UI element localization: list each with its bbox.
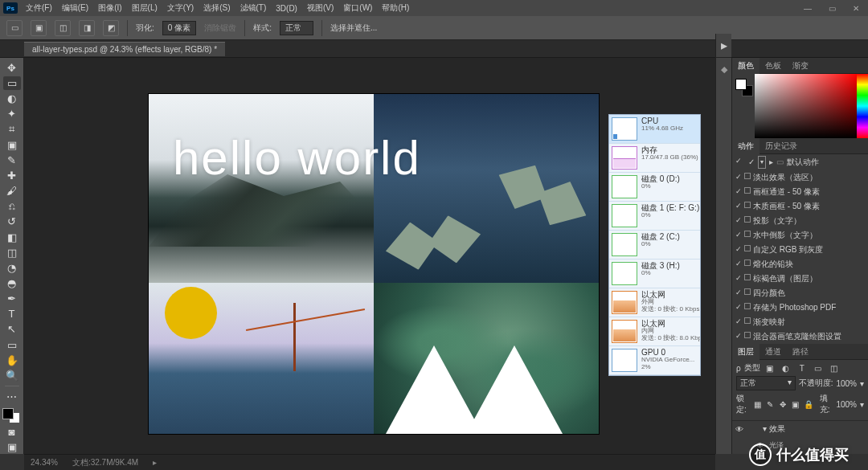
perf-row[interactable]: 以太网外网发送: 0 接收: 0 Kbps — [609, 288, 700, 317]
menu-help[interactable]: 帮助(H) — [377, 2, 414, 14]
filter-image-icon[interactable]: ▣ — [764, 364, 776, 373]
perf-row[interactable]: 磁盘 0 (D:)0% — [609, 173, 700, 202]
eraser-tool-icon[interactable]: ◧ — [3, 231, 21, 244]
action-group[interactable]: ✓▾▸▭默认动作 — [732, 154, 868, 170]
action-item[interactable]: 自定义 RGB 到灰度 — [732, 243, 868, 257]
menu-edit[interactable]: 编辑(E) — [57, 2, 93, 14]
perf-row[interactable]: 磁盘 2 (C:)0% — [609, 231, 700, 260]
tab-gradients[interactable]: 渐变 — [787, 58, 814, 74]
color-swatches[interactable] — [2, 408, 22, 423]
brush-tool-icon[interactable]: 🖌 — [3, 184, 21, 198]
menu-filter[interactable]: 滤镜(T) — [235, 2, 272, 14]
filter-adj-icon[interactable]: ◐ — [780, 364, 792, 373]
screenmode-icon[interactable]: ▣ — [3, 440, 21, 454]
filter-smart-icon[interactable]: ◫ — [828, 364, 841, 373]
action-item[interactable]: 淡出效果（选区） — [732, 170, 868, 185]
perf-row[interactable]: 磁盘 1 (E: F: G:)0% — [609, 202, 700, 231]
zoom-tool-icon[interactable]: 🔍 — [3, 369, 21, 382]
action-item[interactable]: 水中倒影（文字） — [732, 228, 868, 243]
action-item[interactable]: 存储为 Photoshop PDF — [732, 300, 868, 315]
type-tool-icon[interactable]: T — [3, 307, 21, 321]
eyedropper-tool-icon[interactable]: ✎ — [3, 153, 21, 167]
tab-actions[interactable]: 动作 — [732, 138, 760, 154]
maximize-icon[interactable]: ▭ — [820, 0, 844, 16]
edit-toolbar-icon[interactable]: ⋯ — [3, 390, 21, 403]
perf-row[interactable]: GPU 0NVIDIA GeForce...2% — [609, 346, 700, 375]
panel-collapse-icon[interactable]: ▸ — [715, 34, 731, 58]
action-item[interactable]: 木质画框 - 50 像素 — [732, 199, 868, 214]
sel-sub-icon[interactable]: ◨ — [79, 20, 95, 36]
perf-row[interactable]: 磁盘 3 (H:)0% — [609, 260, 700, 288]
tab-channels[interactable]: 通道 — [760, 344, 787, 360]
sel-int-icon[interactable]: ◩ — [103, 20, 119, 36]
zoom-level[interactable]: 24.34% — [31, 458, 58, 467]
blend-mode-dropdown[interactable]: 正常▾ — [736, 376, 796, 390]
tab-color[interactable]: 颜色 — [732, 58, 760, 74]
tab-history[interactable]: 历史记录 — [760, 138, 803, 154]
opacity-value[interactable]: 100% — [836, 379, 857, 388]
shape-tool-icon[interactable]: ▭ — [3, 338, 21, 352]
sel-new-icon[interactable]: ▣ — [31, 20, 47, 36]
action-item[interactable]: 投影（文字） — [732, 214, 868, 228]
frame-tool-icon[interactable]: ▣ — [3, 138, 21, 152]
action-item[interactable]: 熔化的铅块 — [732, 257, 868, 272]
history-brush-icon[interactable]: ↺ — [3, 215, 21, 228]
lock-trans-icon[interactable]: ▦ — [753, 400, 763, 409]
perf-row[interactable]: 内存17.0/47.8 GB (36%) — [609, 144, 700, 173]
dock-icon[interactable]: ◆ — [719, 63, 729, 76]
perf-row[interactable]: CPU11% 4.68 GHz — [609, 115, 700, 144]
refine-button[interactable]: 选择并遮住... — [330, 22, 377, 34]
hand-tool-icon[interactable]: ✋ — [3, 354, 21, 367]
marquee-tool-icon[interactable]: ▭ — [3, 76, 21, 90]
feather-value[interactable]: 0 像素 — [162, 21, 196, 35]
canvas-area[interactable]: hello world CPU11% 4.68 GHz内存17.0/47.8 G… — [24, 58, 731, 454]
close-icon[interactable]: ✕ — [844, 0, 868, 16]
menu-text[interactable]: 文字(Y) — [162, 2, 199, 14]
action-item[interactable]: 混合器画笔克隆绘图设置 — [732, 329, 868, 344]
lock-pos-icon[interactable]: ✥ — [778, 400, 788, 409]
menu-layer[interactable]: 图层(L) — [127, 2, 162, 14]
menu-3d[interactable]: 3D(D) — [271, 4, 302, 13]
blur-tool-icon[interactable]: ◔ — [3, 261, 21, 275]
tool-preset-icon[interactable]: ▭ — [6, 20, 23, 36]
effects-header[interactable]: 👁▾ 效果 — [732, 421, 868, 437]
action-item[interactable]: 画框通道 - 50 像素 — [732, 185, 868, 199]
layer-filter[interactable]: 类型 — [744, 362, 760, 374]
gradient-tool-icon[interactable]: ◫ — [3, 246, 21, 260]
doc-size[interactable]: 文档:32.7M/9K.4M — [72, 457, 138, 468]
move-tool-icon[interactable]: ✥ — [3, 61, 21, 75]
tab-swatches[interactable]: 色板 — [760, 58, 787, 74]
fill-value[interactable]: 100% — [836, 400, 857, 409]
wand-tool-icon[interactable]: ✦ — [3, 107, 21, 121]
tab-layers[interactable]: 图层 — [732, 344, 760, 360]
pen-tool-icon[interactable]: ✒ — [3, 292, 21, 305]
color-picker[interactable] — [732, 74, 868, 138]
lock-paint-icon[interactable]: ✎ — [765, 400, 775, 409]
filter-text-icon[interactable]: T — [796, 364, 809, 373]
task-manager-panel[interactable]: CPU11% 4.68 GHz内存17.0/47.8 GB (36%)磁盘 0 … — [608, 114, 701, 376]
perf-row[interactable]: 以太网内网发送: 0 接收: 8.0 Kbps — [609, 317, 700, 346]
crop-tool-icon[interactable]: ⌗ — [3, 123, 21, 137]
tab-paths[interactable]: 路径 — [787, 344, 814, 360]
action-item[interactable]: 棕褐色调（图层） — [732, 272, 868, 286]
sel-add-icon[interactable]: ◫ — [55, 20, 71, 36]
action-item[interactable]: 渐变映射 — [732, 315, 868, 329]
menu-image[interactable]: 图像(I) — [93, 2, 126, 14]
style-dropdown[interactable]: 正常 — [280, 21, 313, 35]
heal-tool-icon[interactable]: ✚ — [3, 169, 21, 182]
menu-window[interactable]: 窗口(W) — [338, 2, 377, 14]
filter-shape-icon[interactable]: ▭ — [812, 364, 825, 373]
menu-select[interactable]: 选择(S) — [199, 2, 235, 14]
lock-art-icon[interactable]: ▣ — [791, 400, 800, 409]
action-item[interactable]: 四分颜色 — [732, 286, 868, 300]
dodge-tool-icon[interactable]: ◓ — [3, 276, 21, 290]
path-tool-icon[interactable]: ↖ — [3, 322, 21, 336]
menu-view[interactable]: 视图(V) — [302, 2, 338, 14]
lock-all-icon[interactable]: 🔒 — [804, 400, 813, 409]
status-arrow-icon[interactable]: ▸ — [153, 458, 157, 467]
document-tab[interactable]: all-layer-types.psd @ 24.3% (effects lay… — [24, 42, 225, 56]
minimize-icon[interactable]: — — [796, 0, 820, 16]
menu-file[interactable]: 文件(F) — [21, 2, 57, 14]
stamp-tool-icon[interactable]: ⎌ — [3, 199, 21, 213]
quickmask-icon[interactable]: ◙ — [3, 425, 21, 439]
